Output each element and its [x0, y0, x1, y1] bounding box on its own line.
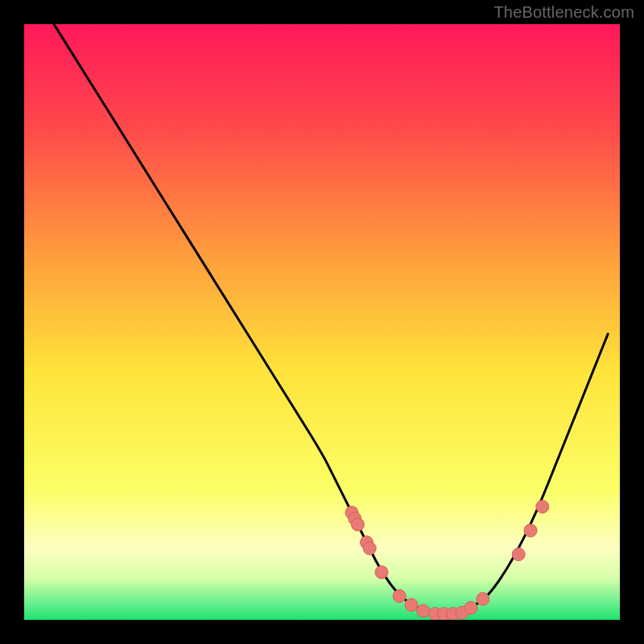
highlight-marker	[405, 599, 418, 612]
highlight-marker	[524, 524, 537, 537]
highlight-marker	[477, 592, 489, 605]
chart-svg	[24, 24, 620, 620]
highlight-marker	[536, 500, 549, 513]
chart-frame: TheBottleneck.com	[0, 0, 644, 644]
highlight-marker	[363, 542, 376, 555]
highlight-marker	[351, 518, 364, 531]
highlight-marker	[464, 601, 477, 614]
highlight-marker	[417, 605, 430, 617]
highlight-marker	[393, 589, 406, 602]
highlight-marker	[375, 566, 388, 579]
plot-area	[24, 24, 620, 620]
highlight-marker	[512, 548, 525, 561]
watermark-text: TheBottleneck.com	[493, 3, 634, 22]
